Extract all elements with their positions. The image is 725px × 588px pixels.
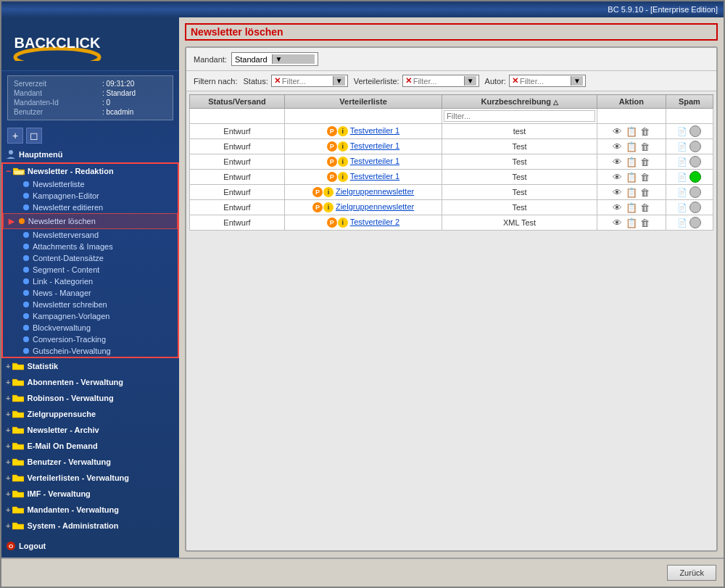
autor-filter-select[interactable]: ✕ ▼	[509, 75, 586, 87]
sidebar-item-benutzer---verwaltung[interactable]: + Benutzer - Verwaltung	[1, 454, 179, 470]
autor-dropdown-arrow[interactable]: ▼	[571, 76, 583, 86]
mandant-select[interactable]: Standard ▼	[231, 52, 318, 66]
sidebar-item-logout[interactable]: O Logout	[1, 538, 179, 554]
newsletter-redaktion-header[interactable]: − Newsletter - Redaktion	[3, 164, 178, 178]
spam-circle-1[interactable]	[689, 141, 701, 152]
status-filter-input[interactable]	[282, 77, 333, 86]
spam-page-icon-3[interactable]: 📄	[677, 173, 687, 182]
cell-spam-6: 📄	[666, 215, 713, 231]
copy-icon-5[interactable]: 📋	[626, 202, 637, 213]
table-row: Entwurf P i Testverteiler 1 Test 👁 📋 🗑	[190, 139, 713, 154]
sidebar-item-statistik[interactable]: + Statistik	[1, 358, 179, 374]
folder-icon	[12, 473, 24, 483]
sidebar-item-newsletter---archiv[interactable]: + Newsletter - Archiv	[1, 422, 179, 438]
distributor-link-3[interactable]: Testverteiler 1	[350, 172, 399, 181]
sidebar-item-zielgruppensuche[interactable]: + Zielgruppensuche	[1, 406, 179, 422]
sidebar-item-verteilerlisten---verwaltung[interactable]: + Verteilerlisten - Verwaltung	[1, 470, 179, 486]
status-filter-clear[interactable]: ✕	[274, 76, 281, 86]
copy-icon-0[interactable]: 📋	[626, 125, 637, 137]
copy-icon-2[interactable]: 📋	[626, 156, 637, 167]
serverzeit-value: : 09:31:20	[101, 79, 168, 88]
distributor-link-6[interactable]: Testverteiler 2	[350, 218, 399, 226]
verteilerliste-filter-clear[interactable]: ✕	[405, 76, 412, 86]
distributor-link-0[interactable]: Testverteiler 1	[350, 126, 399, 135]
sidebar-item-mandanten---verwaltung[interactable]: + Mandanten - Verwaltung	[1, 502, 179, 518]
spam-page-icon-0[interactable]: 📄	[677, 127, 687, 136]
sidebar-item-system---administration[interactable]: + System - Administration	[1, 518, 179, 534]
sidebar-item-conversion[interactable]: Conversion-Tracking	[3, 334, 178, 345]
copy-icon-6[interactable]: 📋	[626, 217, 637, 228]
delete-icon-4[interactable]: 🗑	[639, 186, 651, 198]
delete-icon-5[interactable]: 🗑	[639, 202, 651, 213]
view-icon-0[interactable]: 👁	[612, 125, 624, 137]
verteilerliste-filter-input[interactable]	[413, 77, 464, 86]
view-icon-3[interactable]: 👁	[612, 171, 624, 183]
distributor-link-1[interactable]: Testverteiler 1	[350, 141, 399, 150]
sidebar-item-newsletterversand[interactable]: Newsletterversand	[3, 229, 178, 241]
back-button[interactable]: Zurück	[667, 565, 716, 581]
sidebar-item-content-datensaetze[interactable]: Content-Datensätze	[3, 252, 178, 264]
sidebar-page-button[interactable]: ◻	[26, 128, 42, 144]
delete-icon-0[interactable]: 🗑	[639, 125, 651, 137]
kurzbeschreibung-filter-input[interactable]	[444, 110, 595, 122]
spam-page-icon-6[interactable]: 📄	[677, 218, 687, 228]
main-content: Newsletter löschen Mandant: Standard ▼ F…	[179, 17, 724, 558]
spam-circle-5[interactable]	[689, 202, 701, 213]
sidebar-item-kampagnen-editor[interactable]: Kampagnen-Editor	[3, 190, 178, 202]
logo-svg: BACKCLICK	[10, 25, 104, 61]
delete-icon-2[interactable]: 🗑	[639, 156, 651, 167]
spam-circle-0[interactable]	[689, 125, 701, 137]
bullet-newsletter-loschen	[19, 218, 25, 224]
mandant-dropdown-arrow[interactable]: ▼	[272, 54, 315, 64]
delete-icon-6[interactable]: 🗑	[639, 217, 651, 228]
spam-circle-2[interactable]	[689, 156, 701, 167]
spam-page-icon-5[interactable]: 📄	[677, 203, 687, 212]
sidebar-plus-button[interactable]: +	[7, 128, 23, 144]
sidebar-item-gutschein[interactable]: Gutschein-Verwaltung	[3, 345, 178, 357]
sidebar-item-newsletter-schreiben[interactable]: Newsletter schreiben	[3, 299, 178, 310]
distributor-link-2[interactable]: Testverteiler 1	[350, 157, 399, 165]
sidebar-item-blockverwaltung[interactable]: Blockverwaltung	[3, 322, 178, 334]
sidebar-item-hauptmenu[interactable]: Hauptmenü	[1, 146, 179, 162]
bullet-newsletterliste	[23, 181, 29, 187]
view-icon-1[interactable]: 👁	[612, 141, 624, 152]
verteilerliste-dropdown-arrow[interactable]: ▼	[464, 76, 476, 86]
view-icon-5[interactable]: 👁	[612, 202, 624, 213]
sidebar-item-robinson---verwaltung[interactable]: + Robinson - Verwaltung	[1, 390, 179, 406]
sidebar-item-newsletterliste[interactable]: Newsletterliste	[3, 178, 178, 190]
distributor-link-5[interactable]: Zielgruppennewsletter	[336, 202, 414, 211]
cell-status-6: Entwurf	[190, 215, 285, 231]
verteilerliste-filter-select[interactable]: ✕ ▼	[402, 75, 479, 87]
sidebar-item-newsletter-loschen[interactable]: ► Newsletter löschen	[3, 213, 178, 229]
copy-icon-4[interactable]: 📋	[626, 186, 637, 198]
spam-circle-3[interactable]	[689, 171, 701, 183]
view-icon-2[interactable]: 👁	[612, 156, 624, 167]
spam-circle-6[interactable]	[689, 217, 701, 228]
delete-icon-1[interactable]: 🗑	[639, 141, 651, 152]
sidebar-item-newsletter-editieren[interactable]: Newsletter editieren	[3, 202, 178, 213]
copy-icon-1[interactable]: 📋	[626, 141, 637, 152]
spam-circle-4[interactable]	[689, 186, 701, 198]
autor-filter-input[interactable]	[520, 77, 571, 86]
sidebar-item-news-manager[interactable]: News - Manager	[3, 287, 178, 299]
sidebar-item-kampagnen-vorlagen[interactable]: Kampagnen-Vorlagen	[3, 310, 178, 322]
sidebar-item-attachments[interactable]: Attachments & Images	[3, 241, 178, 252]
delete-icon-3[interactable]: 🗑	[639, 171, 651, 183]
spam-page-icon-1[interactable]: 📄	[677, 142, 687, 152]
sidebar-item-segment-content[interactable]: Segment - Content	[3, 264, 178, 276]
spam-page-icon-2[interactable]: 📄	[677, 157, 687, 167]
sidebar-item-e-mail-on-demand[interactable]: + E-Mail On Demand	[1, 438, 179, 454]
autor-filter-clear[interactable]: ✕	[512, 76, 518, 86]
spam-page-icon-4[interactable]: 📄	[677, 188, 687, 197]
copy-icon-3[interactable]: 📋	[626, 171, 637, 183]
sidebar-item-imf---verwaltung[interactable]: + IMF - Verwaltung	[1, 486, 179, 502]
view-icon-4[interactable]: 👁	[612, 186, 624, 198]
view-icon-6[interactable]: 👁	[612, 217, 624, 228]
newsletter-sub-items: Newsletterliste Kampagnen-Editor Newslet…	[3, 178, 178, 357]
distributor-link-4[interactable]: Zielgruppennewsletter	[336, 187, 414, 196]
sidebar-menu: Hauptmenü − Newsletter - Redaktion	[1, 146, 179, 554]
status-filter-select[interactable]: ✕ ▼	[271, 75, 348, 87]
sidebar-item-link-kategorien[interactable]: Link - Kategorien	[3, 276, 178, 287]
status-dropdown-arrow[interactable]: ▼	[333, 76, 345, 86]
sidebar-item-abonnenten---verwaltung[interactable]: + Abonnenten - Verwaltung	[1, 374, 179, 390]
